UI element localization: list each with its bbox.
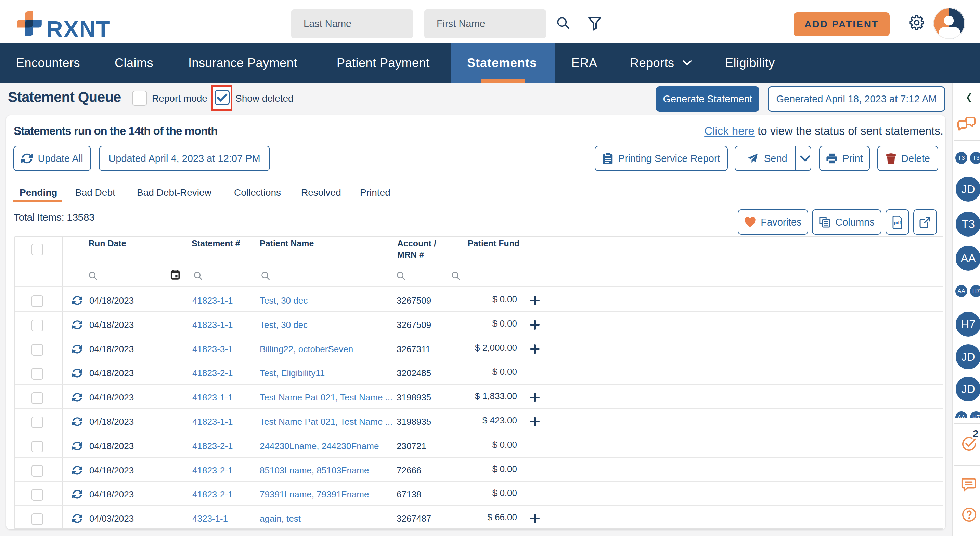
svg-text:pdf: pdf: [894, 220, 901, 225]
